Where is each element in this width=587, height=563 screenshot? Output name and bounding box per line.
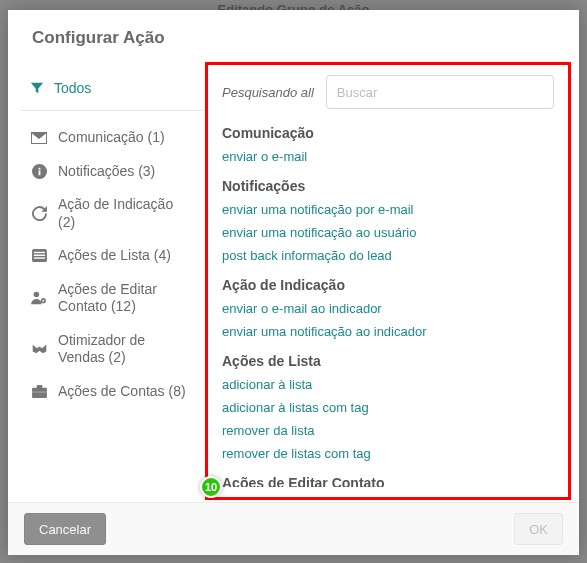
svg-rect-2	[38, 168, 40, 170]
filter-icon	[30, 81, 44, 95]
sidebar-item-label: Ações de Lista (4)	[58, 247, 171, 265]
section-title: Ações de Editar Contato	[222, 475, 546, 487]
svg-rect-10	[32, 388, 47, 398]
sidebar-item-otimizador[interactable]: Otimizador de Vendas (2)	[20, 324, 203, 375]
step-badge: 10	[200, 476, 222, 498]
sidebar-item-label: Ações de Editar Contato (12)	[58, 281, 193, 316]
search-input[interactable]	[326, 75, 554, 109]
sidebar-item-label: Notificações (3)	[58, 163, 155, 181]
category-sidebar: Todos Comunicação (1) Notificações (3) A…	[8, 62, 203, 502]
svg-rect-12	[32, 391, 47, 392]
svg-rect-1	[38, 170, 40, 175]
action-section: Comunicaçãoenviar o e-mail	[222, 125, 546, 168]
sidebar-item-editar-contato[interactable]: Ações de Editar Contato (12)	[20, 273, 203, 324]
svg-rect-11	[36, 385, 42, 389]
sidebar-item-indicacao[interactable]: Ação de Indicação (2)	[20, 188, 203, 239]
envelope-icon	[30, 132, 48, 144]
action-link[interactable]: enviar uma notificação ao indicador	[222, 320, 546, 343]
actions-scroll-area[interactable]: Comunicaçãoenviar o e-mailNotificaçõesen…	[222, 121, 554, 487]
action-section: Ações de Listaadicionar à listaadicionar…	[222, 353, 546, 465]
sidebar-item-label: Comunicação (1)	[58, 129, 165, 147]
svg-point-9	[42, 300, 44, 302]
sidebar-item-comunicacao[interactable]: Comunicação (1)	[20, 121, 203, 155]
sidebar-item-label: Ações de Contas (8)	[58, 383, 186, 401]
svg-point-7	[34, 292, 40, 298]
sidebar-item-contas[interactable]: Ações de Contas (8)	[20, 375, 203, 409]
user-gear-icon	[30, 291, 48, 305]
section-title: Notificações	[222, 178, 546, 194]
sidebar-item-notificacoes[interactable]: Notificações (3)	[20, 155, 203, 189]
modal-body: Todos Comunicação (1) Notificações (3) A…	[8, 62, 579, 502]
action-section: Ação de Indicaçãoenviar o e-mail ao indi…	[222, 277, 546, 343]
list-icon	[30, 249, 48, 262]
filter-all-row[interactable]: Todos	[20, 74, 203, 111]
ok-button: OK	[514, 513, 563, 545]
search-row: Pesquisando all	[222, 75, 554, 109]
action-section: Notificaçõesenviar uma notificação por e…	[222, 178, 546, 267]
actions-panel: Pesquisando all Comunicaçãoenviar o e-ma…	[205, 62, 571, 500]
action-link[interactable]: enviar uma notificação ao usuário	[222, 221, 546, 244]
action-link[interactable]: post back informação do lead	[222, 244, 546, 267]
action-link[interactable]: remover da lista	[222, 419, 546, 442]
configure-action-modal: Configurar Ação Todos Comunicação (1)	[8, 10, 579, 555]
sidebar-item-label: Ação de Indicação (2)	[58, 196, 193, 231]
modal-title: Configurar Ação	[32, 28, 555, 48]
filter-all-label: Todos	[54, 80, 91, 96]
svg-rect-5	[33, 255, 44, 256]
action-link[interactable]: enviar o e-mail ao indicador	[222, 297, 546, 320]
action-link[interactable]: adicionar à listas com tag	[222, 396, 546, 419]
cancel-button[interactable]: Cancelar	[24, 513, 106, 545]
action-link[interactable]: enviar uma notificação por e-mail	[222, 198, 546, 221]
section-title: Comunicação	[222, 125, 546, 141]
briefcase-icon	[30, 385, 48, 398]
action-link[interactable]: enviar o e-mail	[222, 145, 546, 168]
section-title: Ação de Indicação	[222, 277, 546, 293]
svg-rect-4	[33, 252, 44, 253]
section-title: Ações de Lista	[222, 353, 546, 369]
modal-header: Configurar Ação	[8, 10, 579, 62]
info-circle-icon	[30, 164, 48, 179]
action-section: Ações de Editar Contatoatribuir tag do l…	[222, 475, 546, 487]
action-link[interactable]: remover de listas com tag	[222, 442, 546, 465]
modal-footer: Cancelar OK	[8, 502, 579, 555]
search-label: Pesquisando all	[222, 85, 314, 100]
svg-rect-6	[33, 258, 44, 259]
refresh-icon	[30, 206, 48, 221]
sidebar-item-lista[interactable]: Ações de Lista (4)	[20, 239, 203, 273]
action-link[interactable]: adicionar à lista	[222, 373, 546, 396]
sidebar-item-label: Otimizador de Vendas (2)	[58, 332, 193, 367]
handshake-icon	[30, 343, 48, 355]
